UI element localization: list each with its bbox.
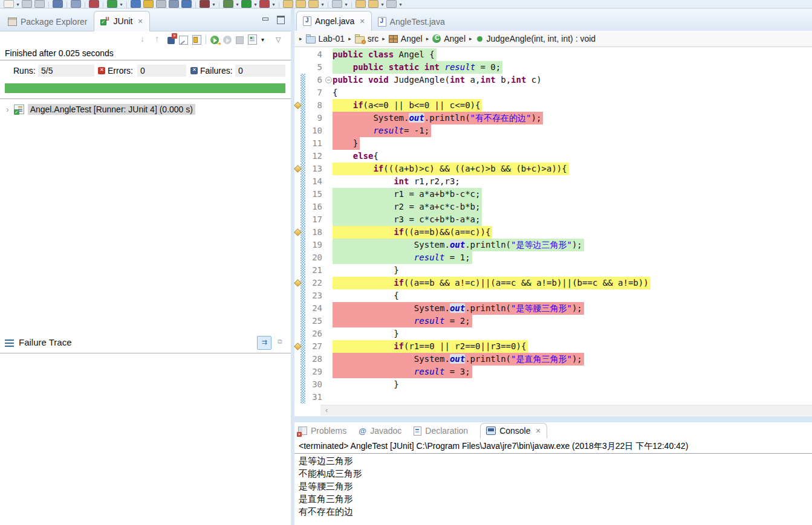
- format-active-1-icon[interactable]: [131, 0, 141, 8]
- run-dropdown-icon[interactable]: ▾: [253, 1, 258, 8]
- code-editor[interactable]: 4public class Angel {5 public static int…: [294, 47, 812, 404]
- code-token: result: [414, 316, 445, 326]
- debug-dropdown-icon[interactable]: ▾: [235, 1, 240, 8]
- history-dropdown-icon[interactable]: ▾: [261, 34, 271, 45]
- save-icon[interactable]: [22, 0, 32, 8]
- line-number: 16: [305, 201, 325, 213]
- show-stacktrace-filter-icon[interactable]: ⇉: [257, 336, 271, 350]
- profile-icon[interactable]: [259, 0, 270, 8]
- breadcrumb-item[interactable]: Lab-01: [306, 34, 345, 43]
- coverage-highlight: int r1,r2,r3;: [333, 175, 462, 188]
- coverage-icon[interactable]: [89, 0, 99, 8]
- breadcrumb-item[interactable]: Angel: [389, 34, 423, 43]
- runs-value: 5/5: [38, 65, 94, 77]
- tab-console[interactable]: Console✕: [480, 423, 547, 439]
- checkstyle-dropdown-icon[interactable]: ▾: [119, 1, 124, 8]
- tab-declaration[interactable]: Declaration: [414, 426, 468, 436]
- annotation-ruler: [294, 277, 300, 289]
- open-resource-icon[interactable]: [296, 0, 306, 8]
- code-token: out: [409, 113, 424, 123]
- back-dropdown-icon[interactable]: ▾: [380, 1, 385, 8]
- maximize-icon[interactable]: [277, 16, 285, 24]
- search-torch-icon[interactable]: [308, 0, 319, 8]
- collapse-icon[interactable]: −: [325, 77, 332, 83]
- format-active-2-icon[interactable]: [143, 0, 154, 8]
- task-icon[interactable]: [332, 0, 342, 8]
- tab-angletest-java[interactable]: AngleTest.java: [372, 13, 451, 31]
- new-dropdown-icon[interactable]: ▾: [15, 1, 21, 8]
- show-failures-only-icon[interactable]: [167, 37, 175, 44]
- test-tree-item[interactable]: › Angel.AngleTest [Runner: JUnit 4] (0.0…: [0, 103, 195, 115]
- next-failed-test-icon[interactable]: [138, 34, 149, 45]
- close-icon[interactable]: ✕: [137, 18, 143, 25]
- view-menu-icon[interactable]: ▽: [276, 34, 286, 45]
- expand-chevron-icon[interactable]: ›: [6, 105, 9, 114]
- junit-run-icon[interactable]: [200, 0, 210, 8]
- forward-dropdown-icon[interactable]: ▾: [398, 1, 403, 8]
- console-sash[interactable]: [294, 416, 812, 422]
- code-text: public class Angel {: [333, 48, 812, 61]
- code-token: {: [333, 88, 337, 97]
- tab-angel-java[interactable]: Angel.java✕: [296, 11, 372, 31]
- line-number: 29: [305, 366, 325, 378]
- task-dropdown-icon[interactable]: ▾: [343, 1, 349, 8]
- forward-icon[interactable]: [386, 0, 397, 8]
- tab-package-explorer[interactable]: Package Explorer: [2, 13, 94, 31]
- breadcrumb-item[interactable]: Angel: [432, 34, 466, 43]
- code-token: }: [333, 329, 399, 338]
- close-icon[interactable]: ✕: [536, 427, 541, 435]
- external-tools-icon[interactable]: [156, 0, 166, 8]
- compare-result-icon[interactable]: ⧉: [273, 336, 287, 349]
- report-icon[interactable]: [169, 0, 179, 8]
- rerun-failed-first-icon[interactable]: [223, 36, 232, 44]
- breadcrumb-item[interactable]: JudgeAngle(int, int, int) : void: [476, 34, 596, 43]
- open-console-icon[interactable]: [53, 0, 63, 8]
- breadcrumb-arrow-icon[interactable]: ▸: [382, 36, 385, 42]
- show-skipped-tests-icon[interactable]: [179, 36, 188, 45]
- breadcrumb-arrow-icon[interactable]: ▸: [426, 36, 429, 42]
- junit-dropdown-icon[interactable]: ▾: [211, 1, 216, 8]
- new-wizard-icon[interactable]: [4, 0, 14, 8]
- tab-junit[interactable]: JUnit✕: [94, 11, 150, 31]
- back-icon[interactable]: [368, 0, 378, 8]
- test-suite-icon: [14, 105, 24, 114]
- range-indicator: [300, 150, 305, 163]
- close-icon[interactable]: ✕: [359, 18, 365, 25]
- code-token: int: [480, 75, 495, 85]
- search-icon[interactable]: [71, 0, 81, 8]
- annotation-ruler: [294, 340, 300, 353]
- previous-failed-test-icon[interactable]: [153, 34, 163, 45]
- line-number: 24: [305, 302, 325, 315]
- minimize-icon[interactable]: [262, 16, 268, 22]
- run-icon[interactable]: [241, 0, 252, 8]
- code-line-4: 4public class Angel {: [294, 48, 812, 61]
- breadcrumb-item[interactable]: src: [355, 34, 379, 43]
- failures-icon: [190, 67, 198, 74]
- scroll-left-icon[interactable]: ‹: [325, 405, 328, 415]
- checkstyle-icon[interactable]: [107, 0, 117, 8]
- coverage-highlight: r2 = a*a+c*c-b*b;: [333, 201, 482, 213]
- breadcrumb-arrow-icon[interactable]: ▸: [469, 36, 472, 42]
- console-output-line: 有不存在的边: [299, 505, 362, 518]
- code-token: result: [414, 367, 445, 376]
- torch-dropdown-icon[interactable]: ▾: [320, 1, 325, 8]
- rerun-test-icon[interactable]: [210, 36, 219, 44]
- code-line-23: 23 {: [294, 289, 812, 302]
- last-edit-icon[interactable]: [356, 0, 366, 8]
- chart-icon[interactable]: [181, 0, 192, 8]
- profile-dropdown-icon[interactable]: ▾: [271, 1, 276, 8]
- debug-icon[interactable]: [223, 0, 233, 8]
- horizontal-scrollbar[interactable]: ‹: [320, 405, 812, 416]
- coverage-highlight: System.out.println("是直角三角形");: [333, 353, 584, 366]
- open-type-icon[interactable]: [283, 0, 293, 8]
- code-token: .println(: [465, 303, 511, 313]
- breadcrumb-arrow-icon[interactable]: ▸: [299, 36, 302, 42]
- show-tests-in-hierarchy-icon[interactable]: [192, 35, 201, 45]
- breadcrumb-arrow-icon[interactable]: ▸: [348, 36, 351, 42]
- tab-javadoc[interactable]: @Javadoc: [359, 426, 401, 436]
- stop-test-icon[interactable]: [236, 36, 244, 44]
- tab-problems[interactable]: Problems: [298, 426, 346, 436]
- save-all-icon[interactable]: [34, 0, 45, 8]
- test-run-history-icon[interactable]: [248, 34, 257, 45]
- code-line-31: 31: [294, 391, 812, 404]
